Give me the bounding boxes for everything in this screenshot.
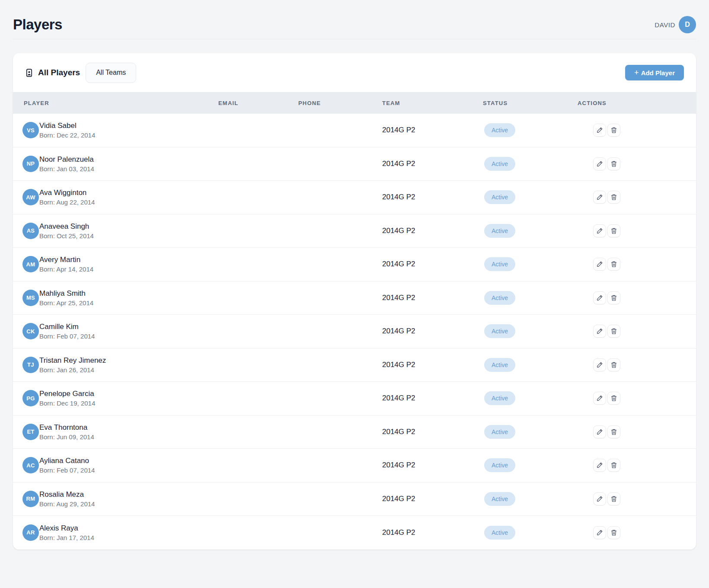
edit-player-button[interactable]: [593, 224, 606, 237]
column-header-actions: ACTIONS: [578, 100, 696, 106]
actions-cell: [578, 258, 696, 271]
player-name: Avery Martin: [39, 256, 93, 264]
pencil-icon: [596, 160, 603, 167]
status-cell: Active: [483, 391, 578, 405]
player-avatar: CK: [22, 323, 39, 339]
pencil-icon: [596, 395, 603, 402]
table-row: PG Penelope Garcia Born: Dec 19, 2014 20…: [13, 382, 696, 415]
player-birthdate: Born: Apr 14, 2014: [39, 265, 93, 273]
delete-player-button[interactable]: [607, 191, 620, 204]
column-header-email: EMAIL: [218, 100, 298, 106]
player-team: 2014G P2: [382, 361, 483, 369]
trash-icon: [610, 227, 617, 234]
player-birthdate: Born: Jan 03, 2014: [39, 165, 94, 173]
player-cell: CK Camille Kim Born: Feb 07, 2014: [13, 323, 218, 340]
delete-player-button[interactable]: [607, 459, 620, 472]
table-row: TJ Tristan Rey Jimenez Born: Jan 26, 201…: [13, 348, 696, 382]
player-avatar: TJ: [22, 357, 39, 373]
actions-cell: [578, 124, 696, 137]
delete-player-button[interactable]: [607, 425, 620, 438]
player-team: 2014G P2: [382, 428, 483, 436]
status-cell: Active: [483, 224, 578, 238]
delete-player-button[interactable]: [607, 157, 620, 170]
pencil-icon: [596, 495, 603, 502]
delete-player-button[interactable]: [607, 492, 620, 505]
trash-icon: [610, 462, 617, 469]
player-avatar: AC: [22, 457, 39, 473]
player-info: Mahliya Smith Born: Apr 25, 2014: [39, 289, 93, 307]
player-team: 2014G P2: [382, 193, 483, 201]
edit-player-button[interactable]: [593, 358, 606, 371]
section-label: All Players: [38, 68, 80, 77]
player-info: Anaveea Singh Born: Oct 25, 2014: [39, 222, 94, 240]
player-birthdate: Born: Feb 07, 2014: [39, 332, 95, 340]
edit-player-button[interactable]: [593, 291, 606, 304]
player-avatar: AW: [22, 189, 39, 205]
column-header-team: TEAM: [382, 100, 483, 106]
edit-player-button[interactable]: [593, 191, 606, 204]
player-cell: VS Vidia Sabel Born: Dec 22, 2014: [13, 121, 218, 139]
edit-player-button[interactable]: [593, 459, 606, 472]
player-info: Avery Martin Born: Apr 14, 2014: [39, 256, 93, 273]
pencil-icon: [596, 328, 603, 335]
delete-player-button[interactable]: [607, 258, 620, 271]
player-info: Rosalia Meza Born: Aug 29, 2014: [39, 490, 95, 508]
delete-player-button[interactable]: [607, 325, 620, 338]
add-player-button[interactable]: + Add Player: [625, 65, 684, 80]
delete-player-button[interactable]: [607, 291, 620, 304]
player-info: Alexis Raya Born: Jan 17, 2014: [39, 524, 94, 541]
status-badge: Active: [484, 257, 515, 271]
edit-player-button[interactable]: [593, 492, 606, 505]
trash-icon: [610, 428, 617, 435]
status-cell: Active: [483, 257, 578, 271]
trash-icon: [610, 194, 617, 201]
trash-icon: [610, 160, 617, 167]
delete-player-button[interactable]: [607, 392, 620, 405]
player-name: Vidia Sabel: [39, 121, 95, 130]
player-birthdate: Born: Jan 26, 2014: [39, 366, 106, 374]
player-info: Ayliana Catano Born: Feb 07, 2014: [39, 457, 95, 474]
player-team: 2014G P2: [382, 260, 483, 268]
pencil-icon: [596, 462, 603, 469]
delete-player-button[interactable]: [607, 224, 620, 237]
table-row: VS Vidia Sabel Born: Dec 22, 2014 2014G …: [13, 114, 696, 147]
user-avatar[interactable]: D: [679, 16, 696, 33]
status-cell: Active: [483, 123, 578, 137]
edit-player-button[interactable]: [593, 258, 606, 271]
pencil-icon: [596, 529, 603, 536]
player-team: 2014G P2: [382, 495, 483, 503]
player-birthdate: Born: Feb 07, 2014: [39, 467, 95, 474]
player-cell: AR Alexis Raya Born: Jan 17, 2014: [13, 524, 218, 541]
actions-cell: [578, 191, 696, 204]
player-name: Rosalia Meza: [39, 490, 95, 499]
player-birthdate: Born: Dec 22, 2014: [39, 131, 95, 139]
plus-icon: +: [634, 69, 639, 77]
status-cell: Active: [483, 157, 578, 171]
delete-player-button[interactable]: [607, 124, 620, 137]
player-avatar: ET: [22, 424, 39, 440]
status-cell: Active: [483, 526, 578, 540]
team-filter-button[interactable]: All Teams: [86, 63, 136, 83]
player-cell: MS Mahliya Smith Born: Apr 25, 2014: [13, 289, 218, 307]
status-badge: Active: [484, 526, 515, 540]
pencil-icon: [596, 194, 603, 201]
edit-player-button[interactable]: [593, 425, 606, 438]
status-badge: Active: [484, 425, 515, 439]
edit-player-button[interactable]: [593, 392, 606, 405]
player-cell: AS Anaveea Singh Born: Oct 25, 2014: [13, 222, 218, 240]
player-name: Camille Kim: [39, 323, 95, 331]
edit-player-button[interactable]: [593, 124, 606, 137]
edit-player-button[interactable]: [593, 325, 606, 338]
player-info: Penelope Garcia Born: Dec 19, 2014: [39, 390, 95, 407]
player-name: Penelope Garcia: [39, 390, 95, 398]
delete-player-button[interactable]: [607, 526, 620, 539]
user-menu[interactable]: DAVID D: [655, 16, 696, 33]
player-avatar: NP: [22, 156, 39, 172]
delete-player-button[interactable]: [607, 358, 620, 371]
status-cell: Active: [483, 425, 578, 439]
player-cell: AM Avery Martin Born: Apr 14, 2014: [13, 256, 218, 273]
edit-player-button[interactable]: [593, 526, 606, 539]
status-cell: Active: [483, 358, 578, 372]
edit-player-button[interactable]: [593, 157, 606, 170]
player-card-icon: [25, 68, 34, 77]
